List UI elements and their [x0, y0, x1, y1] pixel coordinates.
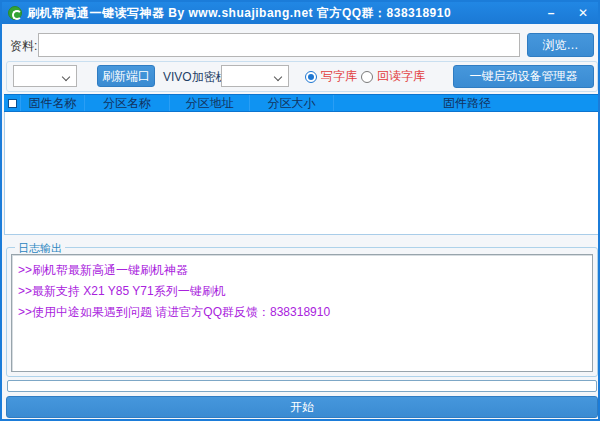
firmware-table-header: 固件名称 分区名称 分区地址 分区大小 固件路径 [4, 94, 600, 112]
radio-readback-firmware[interactable]: 回读字库 [361, 68, 425, 85]
titlebar: 刷机帮高通一键读写神器 By www.shuajibang.net 官方QQ群：… [2, 2, 598, 24]
radio-write-firmware[interactable]: 写字库 [305, 68, 357, 85]
port-select[interactable] [13, 65, 77, 87]
toolbar-panel: 刷新端口 VIVO加密机型: 写字库 回读字库 一键启动设备管理器 [6, 61, 598, 92]
checkbox-icon[interactable] [8, 99, 17, 108]
browse-button[interactable]: 浏览… [527, 33, 594, 57]
file-path-input[interactable] [38, 33, 520, 57]
minimize-button[interactable]: – [540, 4, 562, 22]
column-header-partition-name[interactable]: 分区名称 [85, 95, 170, 111]
radio-readback-label: 回读字库 [377, 68, 425, 85]
firmware-table-body[interactable] [4, 112, 600, 235]
chevron-down-icon [62, 73, 70, 81]
radio-write-label: 写字库 [321, 68, 357, 85]
firmware-table: 固件名称 分区名称 分区地址 分区大小 固件路径 [4, 94, 600, 235]
app-logo-icon [8, 6, 22, 20]
column-header-firmware-path[interactable]: 固件路径 [334, 95, 600, 111]
progress-bar [7, 380, 597, 392]
log-line: >>刷机帮最新高通一键刷机神器 [18, 260, 586, 281]
log-line: >>使用中途如果遇到问题 请进官方QQ群反馈：838318910 [18, 302, 586, 323]
log-groupbox: 日志输出 >>刷机帮最新高通一键刷机神器 >>最新支持 X21 Y85 Y71系… [6, 247, 598, 377]
column-header-partition-address[interactable]: 分区地址 [170, 95, 250, 111]
radio-selected-icon [305, 71, 317, 83]
chevron-down-icon [274, 73, 282, 81]
column-header-firmware-name[interactable]: 固件名称 [21, 95, 85, 111]
file-label: 资料: [10, 38, 37, 55]
refresh-port-button[interactable]: 刷新端口 [97, 65, 155, 87]
app-window: 刷机帮高通一键读写神器 By www.shuajibang.net 官方QQ群：… [0, 0, 600, 421]
window-title: 刷机帮高通一键读写神器 By www.shuajibang.net 官方QQ群：… [27, 5, 451, 22]
device-manager-button[interactable]: 一键启动设备管理器 [453, 65, 594, 88]
vivo-model-select[interactable] [221, 65, 289, 87]
log-line: >>最新支持 X21 Y85 Y71系列一键刷机 [18, 281, 586, 302]
start-button[interactable]: 开始 [6, 396, 598, 418]
radio-unselected-icon [361, 71, 373, 83]
select-all-cell[interactable] [4, 95, 21, 111]
column-header-partition-size[interactable]: 分区大小 [250, 95, 334, 111]
log-output[interactable]: >>刷机帮最新高通一键刷机神器 >>最新支持 X21 Y85 Y71系列一键刷机… [11, 254, 593, 372]
close-button[interactable]: ✕ [572, 4, 594, 22]
